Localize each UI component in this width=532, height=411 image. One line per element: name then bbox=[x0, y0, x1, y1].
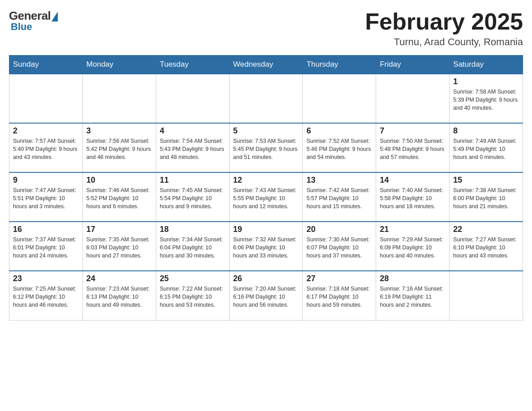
day-info: Sunrise: 7:27 AM Sunset: 6:10 PM Dayligh… bbox=[453, 235, 519, 260]
calendar-cell: 2Sunrise: 7:57 AM Sunset: 5:40 PM Daylig… bbox=[9, 123, 83, 172]
day-number: 16 bbox=[13, 225, 79, 234]
day-number: 14 bbox=[380, 176, 446, 185]
calendar-cell: 3Sunrise: 7:56 AM Sunset: 5:42 PM Daylig… bbox=[82, 123, 156, 172]
calendar-cell bbox=[9, 74, 83, 123]
calendar-cell: 15Sunrise: 7:38 AM Sunset: 6:00 PM Dayli… bbox=[450, 172, 523, 222]
day-of-week-header: Thursday bbox=[303, 56, 376, 74]
day-number: 24 bbox=[86, 274, 152, 283]
day-info: Sunrise: 7:32 AM Sunset: 6:06 PM Dayligh… bbox=[233, 235, 299, 260]
calendar-cell: 24Sunrise: 7:23 AM Sunset: 6:13 PM Dayli… bbox=[82, 271, 156, 320]
day-of-week-header: Tuesday bbox=[156, 56, 229, 74]
calendar-cell: 1Sunrise: 7:58 AM Sunset: 5:39 PM Daylig… bbox=[450, 74, 523, 123]
day-info: Sunrise: 7:22 AM Sunset: 6:15 PM Dayligh… bbox=[160, 285, 226, 309]
calendar-header-row: SundayMondayTuesdayWednesdayThursdayFrid… bbox=[9, 56, 523, 74]
location-title: Turnu, Arad County, Romania bbox=[365, 36, 523, 48]
calendar-cell bbox=[156, 74, 229, 123]
day-info: Sunrise: 7:46 AM Sunset: 5:52 PM Dayligh… bbox=[86, 186, 152, 210]
day-info: Sunrise: 7:29 AM Sunset: 6:09 PM Dayligh… bbox=[380, 235, 446, 260]
calendar-cell: 14Sunrise: 7:40 AM Sunset: 5:58 PM Dayli… bbox=[376, 172, 450, 222]
day-info: Sunrise: 7:45 AM Sunset: 5:54 PM Dayligh… bbox=[160, 186, 226, 210]
day-info: Sunrise: 7:34 AM Sunset: 6:04 PM Dayligh… bbox=[160, 235, 226, 260]
day-number: 28 bbox=[380, 274, 446, 283]
calendar-cell: 13Sunrise: 7:42 AM Sunset: 5:57 PM Dayli… bbox=[303, 172, 376, 222]
calendar-cell bbox=[303, 74, 376, 123]
day-number: 2 bbox=[13, 126, 79, 136]
calendar-cell: 8Sunrise: 7:49 AM Sunset: 5:49 PM Daylig… bbox=[450, 123, 523, 172]
calendar-cell: 18Sunrise: 7:34 AM Sunset: 6:04 PM Dayli… bbox=[156, 222, 229, 271]
title-block: February 2025 Turnu, Arad County, Romani… bbox=[365, 9, 523, 48]
day-number: 11 bbox=[160, 176, 226, 185]
logo-blue-text: Blue bbox=[9, 21, 32, 33]
day-info: Sunrise: 7:58 AM Sunset: 5:39 PM Dayligh… bbox=[453, 88, 519, 112]
day-number: 20 bbox=[306, 225, 372, 234]
calendar-cell: 26Sunrise: 7:20 AM Sunset: 6:16 PM Dayli… bbox=[229, 271, 303, 320]
calendar-cell: 12Sunrise: 7:43 AM Sunset: 5:55 PM Dayli… bbox=[229, 172, 303, 222]
calendar-week-row: 23Sunrise: 7:25 AM Sunset: 6:12 PM Dayli… bbox=[9, 271, 523, 320]
day-info: Sunrise: 7:20 AM Sunset: 6:16 PM Dayligh… bbox=[233, 285, 299, 309]
day-number: 7 bbox=[380, 126, 446, 136]
calendar-cell: 21Sunrise: 7:29 AM Sunset: 6:09 PM Dayli… bbox=[376, 222, 450, 271]
calendar-cell: 27Sunrise: 7:18 AM Sunset: 6:17 PM Dayli… bbox=[303, 271, 376, 320]
calendar-cell: 28Sunrise: 7:16 AM Sunset: 6:19 PM Dayli… bbox=[376, 271, 450, 320]
day-of-week-header: Sunday bbox=[9, 56, 83, 74]
day-number: 17 bbox=[86, 225, 152, 234]
day-info: Sunrise: 7:42 AM Sunset: 5:57 PM Dayligh… bbox=[306, 186, 372, 210]
calendar-cell: 25Sunrise: 7:22 AM Sunset: 6:15 PM Dayli… bbox=[156, 271, 229, 320]
day-info: Sunrise: 7:52 AM Sunset: 5:46 PM Dayligh… bbox=[306, 137, 372, 161]
day-number: 19 bbox=[233, 225, 299, 234]
day-number: 18 bbox=[160, 225, 226, 234]
day-number: 26 bbox=[233, 274, 299, 283]
calendar-cell: 23Sunrise: 7:25 AM Sunset: 6:12 PM Dayli… bbox=[9, 271, 83, 320]
calendar-cell: 20Sunrise: 7:30 AM Sunset: 6:07 PM Dayli… bbox=[303, 222, 376, 271]
day-number: 9 bbox=[13, 176, 79, 185]
calendar-cell bbox=[82, 74, 156, 123]
day-number: 12 bbox=[233, 176, 299, 185]
day-info: Sunrise: 7:16 AM Sunset: 6:19 PM Dayligh… bbox=[380, 285, 446, 309]
day-info: Sunrise: 7:56 AM Sunset: 5:42 PM Dayligh… bbox=[86, 137, 152, 161]
day-info: Sunrise: 7:18 AM Sunset: 6:17 PM Dayligh… bbox=[306, 285, 372, 309]
day-info: Sunrise: 7:23 AM Sunset: 6:13 PM Dayligh… bbox=[86, 285, 152, 309]
calendar-cell: 7Sunrise: 7:50 AM Sunset: 5:48 PM Daylig… bbox=[376, 123, 450, 172]
day-of-week-header: Friday bbox=[376, 56, 450, 74]
month-title: February 2025 bbox=[365, 9, 523, 34]
day-info: Sunrise: 7:40 AM Sunset: 5:58 PM Dayligh… bbox=[380, 186, 446, 210]
day-info: Sunrise: 7:54 AM Sunset: 5:43 PM Dayligh… bbox=[160, 137, 226, 161]
day-info: Sunrise: 7:47 AM Sunset: 5:51 PM Dayligh… bbox=[13, 186, 79, 210]
day-number: 6 bbox=[306, 126, 372, 136]
logo-triangle-icon bbox=[51, 12, 58, 21]
calendar-cell: 9Sunrise: 7:47 AM Sunset: 5:51 PM Daylig… bbox=[9, 172, 83, 222]
calendar-cell: 17Sunrise: 7:35 AM Sunset: 6:03 PM Dayli… bbox=[82, 222, 156, 271]
day-number: 15 bbox=[453, 176, 519, 185]
calendar-cell bbox=[376, 74, 450, 123]
calendar-cell bbox=[229, 74, 303, 123]
calendar-cell: 10Sunrise: 7:46 AM Sunset: 5:52 PM Dayli… bbox=[82, 172, 156, 222]
day-info: Sunrise: 7:37 AM Sunset: 6:01 PM Dayligh… bbox=[13, 235, 79, 260]
day-of-week-header: Saturday bbox=[450, 56, 523, 74]
day-info: Sunrise: 7:53 AM Sunset: 5:45 PM Dayligh… bbox=[233, 137, 299, 161]
calendar-week-row: 16Sunrise: 7:37 AM Sunset: 6:01 PM Dayli… bbox=[9, 222, 523, 271]
day-number: 13 bbox=[306, 176, 372, 185]
day-info: Sunrise: 7:43 AM Sunset: 5:55 PM Dayligh… bbox=[233, 186, 299, 210]
calendar-table: SundayMondayTuesdayWednesdayThursdayFrid… bbox=[9, 55, 523, 321]
day-of-week-header: Monday bbox=[82, 56, 156, 74]
day-info: Sunrise: 7:35 AM Sunset: 6:03 PM Dayligh… bbox=[86, 235, 152, 260]
calendar-cell: 6Sunrise: 7:52 AM Sunset: 5:46 PM Daylig… bbox=[303, 123, 376, 172]
day-of-week-header: Wednesday bbox=[229, 56, 303, 74]
day-info: Sunrise: 7:25 AM Sunset: 6:12 PM Dayligh… bbox=[13, 285, 79, 309]
calendar-cell: 5Sunrise: 7:53 AM Sunset: 5:45 PM Daylig… bbox=[229, 123, 303, 172]
day-info: Sunrise: 7:49 AM Sunset: 5:49 PM Dayligh… bbox=[453, 137, 519, 161]
page-header: General Blue February 2025 Turnu, Arad C… bbox=[9, 9, 523, 48]
logo: General Blue bbox=[9, 9, 58, 33]
calendar-cell: 16Sunrise: 7:37 AM Sunset: 6:01 PM Dayli… bbox=[9, 222, 83, 271]
day-number: 21 bbox=[380, 225, 446, 234]
calendar-cell: 4Sunrise: 7:54 AM Sunset: 5:43 PM Daylig… bbox=[156, 123, 229, 172]
calendar-week-row: 1Sunrise: 7:58 AM Sunset: 5:39 PM Daylig… bbox=[9, 74, 523, 123]
day-number: 23 bbox=[13, 274, 79, 283]
calendar-week-row: 2Sunrise: 7:57 AM Sunset: 5:40 PM Daylig… bbox=[9, 123, 523, 172]
calendar-cell: 22Sunrise: 7:27 AM Sunset: 6:10 PM Dayli… bbox=[450, 222, 523, 271]
day-number: 1 bbox=[453, 77, 519, 86]
calendar-cell: 19Sunrise: 7:32 AM Sunset: 6:06 PM Dayli… bbox=[229, 222, 303, 271]
day-number: 25 bbox=[160, 274, 226, 283]
day-number: 3 bbox=[86, 126, 152, 136]
calendar-cell: 11Sunrise: 7:45 AM Sunset: 5:54 PM Dayli… bbox=[156, 172, 229, 222]
